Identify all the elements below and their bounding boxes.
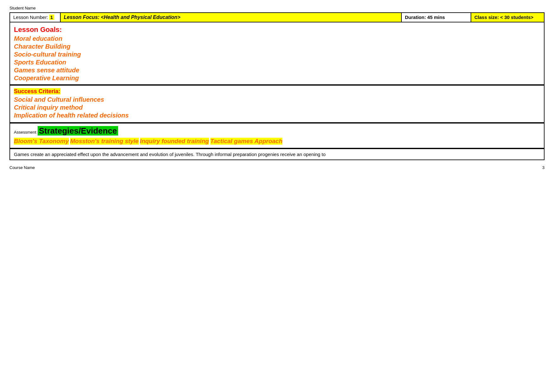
- success-item-2: Critical inquiry method: [14, 104, 540, 111]
- duration-label: Duration: 45 mins: [405, 15, 445, 20]
- class-size-cell: Class size: < 30 students>: [471, 13, 544, 22]
- lesson-goal-item-4: Sports Education: [14, 59, 540, 66]
- course-name-label: Course Name: [9, 165, 35, 170]
- assessment-item-1: Bloom's Taxonomy: [14, 138, 69, 145]
- assessment-item-2: Mosston's training style: [70, 138, 139, 145]
- lesson-number-value: 1: [49, 15, 54, 20]
- class-size-label: Class size: < 30 students>: [474, 15, 533, 20]
- lesson-goals-heading: Lesson Goals:: [14, 26, 540, 34]
- assessment-label: Assessment: [14, 130, 36, 135]
- lesson-focus-label: Lesson Focus: <Health and Physical Educa…: [64, 15, 180, 20]
- lesson-goal-item-1: Moral education: [14, 35, 540, 42]
- assessment-item-4: Tactical games Approach: [210, 138, 283, 145]
- lesson-number-cell: Lesson Number: 1: [10, 13, 61, 22]
- description-section: Games create an appreciated effect upon …: [10, 148, 544, 160]
- duration-cell: Duration: 45 mins: [402, 13, 471, 22]
- student-name-label: Student Name: [9, 6, 545, 10]
- lesson-header-row: Lesson Number: 1 Lesson Focus: <Health a…: [10, 13, 544, 22]
- lesson-focus-cell: Lesson Focus: <Health and Physical Educa…: [61, 13, 402, 22]
- success-criteria-heading: Success Criteria:: [14, 88, 60, 94]
- lesson-number-label: Lesson Number:: [13, 15, 48, 20]
- assessment-item-3: Inquiry founded training: [140, 138, 209, 145]
- lesson-goal-item-2: Character Building: [14, 43, 540, 50]
- footer: Course Name 3: [9, 165, 545, 170]
- page-number: 3: [542, 165, 545, 170]
- main-content-box: Lesson Number: 1 Lesson Focus: <Health a…: [9, 12, 545, 160]
- lesson-goal-item-6: Cooperative Learning: [14, 75, 540, 82]
- assessment-section: Assessment Strategies/Evidence Bloom's T…: [10, 123, 544, 148]
- lesson-goal-item-3: Socio-cultural training: [14, 51, 540, 58]
- lesson-goals-section: Lesson Goals: Moral education Character …: [10, 22, 544, 85]
- success-criteria-section: Success Criteria: Social and Cultural in…: [10, 85, 544, 123]
- assessment-heading: Strategies/Evidence: [38, 126, 118, 136]
- lesson-goal-item-5: Games sense attitude: [14, 67, 540, 74]
- success-item-1: Social and Cultural influences: [14, 96, 540, 103]
- description-text: Games create an appreciated effect upon …: [14, 152, 326, 157]
- success-item-3: Implication of health related decisions: [14, 112, 540, 119]
